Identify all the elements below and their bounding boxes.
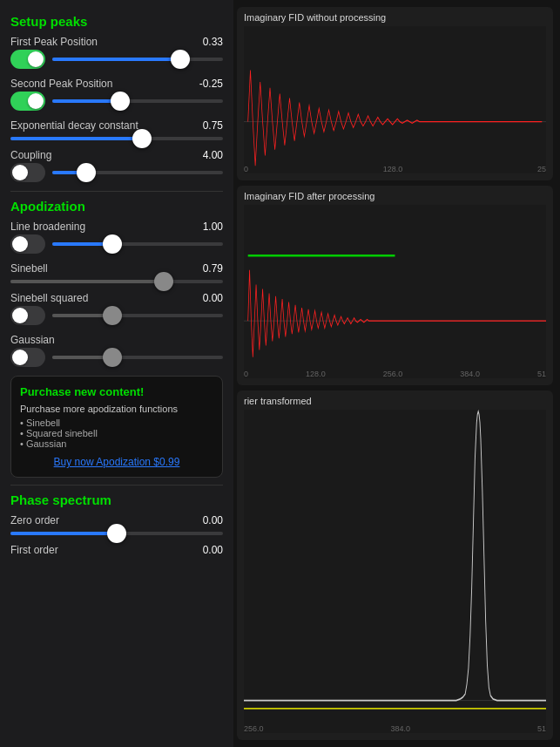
purchase-item-2: • Squared sinebell — [20, 428, 213, 438]
fourier-area: 256.0 384.0 51 — [244, 410, 546, 733]
line-broad-thumb[interactable] — [103, 234, 122, 254]
svg-rect-5 — [244, 410, 546, 733]
coupling-slider[interactable] — [52, 171, 223, 174]
first-peak-thumb[interactable] — [171, 50, 190, 69]
sinebell-thumb[interactable] — [154, 272, 173, 291]
second-peak-toggle-knob — [28, 93, 44, 109]
exp-decay-label: Exponential decay constant — [10, 119, 138, 132]
line-broad-label: Line broadening — [10, 221, 85, 233]
fourier-chart: rier transformed 256.0 384.0 51 — [237, 390, 553, 740]
fid2-axis-0: 0 — [244, 370, 248, 378]
sinebell-sq-slider[interactable] — [52, 314, 223, 317]
second-peak-toggle[interactable] — [10, 92, 45, 111]
purchase-item-3: • Gaussian — [20, 438, 213, 449]
gaussian-toggle-knob — [12, 350, 28, 365]
zero-order-fill — [10, 532, 117, 535]
coupling-control[interactable] — [10, 163, 223, 182]
first-peak-control[interactable] — [10, 50, 223, 69]
sinebell-fill — [10, 280, 164, 283]
gaussian-thumb[interactable] — [103, 348, 122, 367]
sinebell-row: Sinebell 0.79 — [10, 262, 223, 275]
gaussian-slider[interactable] — [52, 356, 223, 359]
first-peak-toggle-knob — [28, 51, 44, 67]
first-peak-slider[interactable] — [52, 58, 223, 61]
line-broad-toggle[interactable] — [10, 234, 45, 254]
fid-proc-svg — [244, 205, 546, 379]
line-broad-value: 1.00 — [203, 221, 223, 233]
fid-proc-area: 0 128.0 256.0 384.0 51 — [244, 205, 546, 379]
sinebell-sq-value: 0.00 — [203, 292, 223, 304]
sinebell-value: 0.79 — [203, 262, 223, 275]
fid-no-proc-svg — [244, 26, 546, 173]
exp-decay-value: 0.75 — [203, 119, 223, 132]
exp-decay-fill — [10, 137, 142, 140]
fid1-axis-25: 25 — [537, 165, 546, 173]
sinebell-sq-control[interactable] — [10, 306, 223, 325]
fourier-svg — [244, 410, 546, 733]
exp-decay-slider[interactable] — [10, 137, 223, 140]
fourier-axis-256: 256.0 — [244, 724, 264, 733]
first-peak-toggle[interactable] — [10, 50, 45, 69]
zero-order-value: 0.00 — [203, 514, 223, 526]
line-broad-control[interactable] — [10, 234, 223, 254]
first-peak-fill — [52, 58, 180, 61]
first-peak-value: 0.33 — [203, 36, 223, 48]
fid1-axis-128: 128.0 — [383, 165, 403, 173]
gaussian-toggle[interactable] — [10, 348, 45, 367]
coupling-toggle[interactable] — [10, 163, 45, 182]
gaussian-control[interactable] — [10, 348, 223, 367]
coupling-toggle-knob — [12, 165, 28, 180]
phase-spectrum-title: Phase spectrum — [10, 492, 223, 507]
zero-order-slider[interactable] — [10, 532, 223, 535]
setup-peaks-section: Setup peaks First Peak Position 0.33 Sec… — [10, 14, 223, 182]
purchase-title: Purchase new content! — [20, 385, 213, 398]
fourier-axis-384: 384.0 — [390, 724, 410, 733]
fid2-axis-256: 256.0 — [383, 370, 403, 378]
buy-now-button[interactable]: Buy now Apodization $0.99 — [20, 456, 213, 468]
fid-no-proc-area: 0 128.0 25 — [244, 26, 546, 173]
zero-order-label: Zero order — [10, 514, 59, 526]
line-broad-row: Line broadening 1.00 — [10, 221, 223, 233]
zero-order-slider-container — [10, 532, 223, 535]
coupling-label: Coupling — [10, 149, 51, 161]
right-panel: Imaginary FID without processing 0 128.0… — [233, 0, 560, 747]
sinebell-sq-label: Sinebell squared — [10, 292, 88, 304]
first-peak-label: First Peak Position — [10, 36, 98, 48]
first-order-row: First order 0.00 — [10, 544, 223, 556]
svg-rect-2 — [244, 205, 546, 379]
fourier-title: rier transformed — [244, 396, 546, 406]
fid-proc-title: Imaginary FID after processing — [244, 191, 546, 201]
exp-decay-thumb[interactable] — [132, 129, 152, 148]
sinebell-sq-thumb[interactable] — [103, 306, 122, 325]
second-peak-thumb[interactable] — [111, 92, 130, 111]
apodization-title: Apodization — [10, 199, 223, 214]
first-peak-row: First Peak Position 0.33 — [10, 36, 223, 48]
line-broad-slider[interactable] — [52, 242, 223, 246]
sinebell-slider[interactable] — [10, 280, 223, 283]
first-order-label: First order — [10, 544, 58, 556]
second-peak-row: Second Peak Position -0.25 — [10, 78, 223, 90]
second-peak-control[interactable] — [10, 92, 223, 111]
fid1-axis-0: 0 — [244, 165, 248, 173]
coupling-thumb[interactable] — [77, 163, 96, 182]
purchase-description: Purchase more apodization functions — [20, 404, 213, 414]
purchase-section: Purchase new content! Purchase more apod… — [10, 376, 223, 478]
gaussian-label: Gaussian — [10, 334, 55, 346]
second-peak-slider[interactable] — [52, 99, 223, 103]
sinebell-sq-row: Sinebell squared 0.00 — [10, 292, 223, 304]
fid2-axis-51: 51 — [537, 370, 546, 378]
purchase-item-1: • Sinebell — [20, 418, 213, 428]
fourier-axis-51: 51 — [537, 724, 546, 733]
coupling-value: 4.00 — [203, 149, 223, 161]
apodization-section: Apodization Line broadening 1.00 Sinebel… — [10, 199, 223, 367]
second-peak-value: -0.25 — [199, 78, 223, 90]
fid-no-proc-chart: Imaginary FID without processing 0 128.0… — [237, 7, 553, 180]
zero-order-thumb[interactable] — [107, 524, 126, 543]
phase-spectrum-section: Phase spectrum Zero order 0.00 First ord… — [10, 492, 223, 556]
exp-decay-slider-container — [10, 137, 223, 140]
fid-proc-chart: Imaginary FID after processing 0 128.0 2… — [237, 186, 553, 386]
setup-peaks-title: Setup peaks — [10, 14, 223, 29]
first-order-value: 0.00 — [203, 544, 223, 556]
sinebell-sq-toggle-knob — [12, 308, 28, 323]
sinebell-sq-toggle[interactable] — [10, 306, 45, 325]
